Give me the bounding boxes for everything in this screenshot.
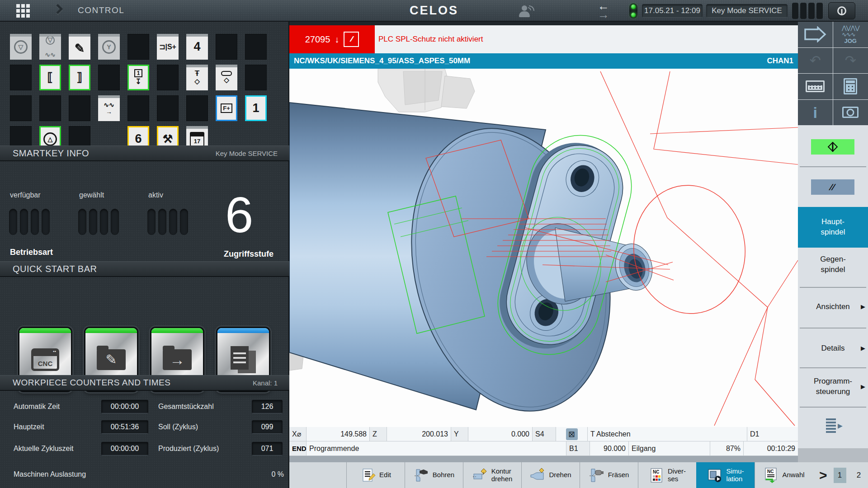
simulation-viewport[interactable] [289,69,798,427]
feed-value: 90.000 [590,441,629,455]
power-button[interactable] [828,2,855,19]
simulation-column: 27095 ↓ ∕∕ PLC SPL-Schutz nicht aktivier… [289,22,798,488]
status-row-1: X⌀ 149.588 Z 200.013 Y 0.000 S4 ⊠ T Abst… [289,427,798,441]
tile-empty [245,34,267,60]
softkey-bohren[interactable]: Bohren [405,462,463,488]
alarm-code-block[interactable]: 27095 ↓ ∕∕ [289,25,375,53]
skip-block-softkey[interactable]: ∕∕ [811,179,854,195]
status-row-2: END Programmende B1 90.000 Eilgang 87% 0… [289,441,798,456]
spindle-label: S4 [533,427,556,441]
softkey-pager: > 1 2 [813,462,865,488]
tile-feed-plus-icon[interactable]: F+ [216,95,237,121]
tile-empty [186,95,208,121]
softkey-simulation[interactable]: Simu-lation [696,462,755,488]
softkey-gegenspindel[interactable]: Gegen-spindel [798,254,868,275]
tile-load-graph-icon[interactable]: ∿∿→ [98,95,120,121]
info-button[interactable]: i [798,100,833,126]
softkey-anwahl[interactable]: NC Anwahl [755,462,813,488]
bottom-softkey-bar: Edit Bohren Konturdrehen Drehen [289,462,868,488]
tile-empty [127,95,149,121]
label-gewaehlt: gewählt [79,191,104,199]
svg-text:NC: NC [767,469,774,474]
channel-label: CHAN1 [767,56,793,66]
tile-tool-diagonal-icon[interactable]: ✐ [69,34,90,60]
time-value: 00:10:29 [744,441,798,455]
tile-empty [216,34,237,60]
user-network-icon[interactable] [519,5,534,17]
feed-mode: Eilgang [629,441,710,455]
edit-icon [360,468,376,483]
counter-value: 00:00:00 [101,442,148,455]
softkey-more-button[interactable]: > [819,468,827,483]
redo-button[interactable]: ↷ [833,48,868,74]
softkey-programmsteuerung[interactable]: Programm-steuerung ▶ [798,376,868,397]
quickstart-section-header: QUICK START BAR [0,261,289,277]
undo-button[interactable]: ↶ [798,48,833,74]
tile-clamp-left-icon[interactable]: ⟦ [39,65,61,90]
folder-export-icon: → [163,349,192,370]
cnc-window-icon: CNC [31,348,59,371]
arrow-bracket-icon [803,26,827,42]
drill-icon [414,468,429,483]
undo-icon: ↶ [810,54,821,67]
softkey-page-2[interactable]: 2 [853,468,865,483]
redo-icon: ↷ [845,54,856,67]
softkey-diverses[interactable]: NC Diver-ses [638,462,696,488]
status-divider-strip [289,456,798,462]
softkey-details[interactable]: Details▶ [798,343,868,354]
tool-name: T Abstechen [588,427,747,441]
counter-value: 00:51:36 [101,420,148,434]
datetime-display: 17.05.21 - 12:09 [642,4,703,18]
softkey-kontur-drehen[interactable]: Drehen [521,462,580,488]
right-sidebar: ⋀⋁⋀⋁∿∿∿ JOG ↶ ↷ i ∕∕ Haupt-spindel Gegen… [798,22,868,462]
keyboard-button[interactable] [798,74,833,100]
screenshot-button[interactable] [833,100,868,126]
nc-start-softkey[interactable] [811,139,854,155]
b-label: B1 [566,441,590,455]
documents-icon [231,346,256,373]
softkey-edit[interactable]: Edit [346,462,405,488]
tile-conveyor-icon[interactable]: ◇ [216,65,237,90]
tile-clamp-right-icon[interactable]: ⟧ [69,65,90,90]
swap-arrows-icon[interactable]: ←→ [591,2,616,20]
softkey-fraesen[interactable]: Fräsen [580,462,638,488]
program-state: Programmende [307,441,566,455]
z-label: Z [370,427,387,441]
smartkey-title: SMARTKEY INFO [13,148,89,159]
counter-value: 00:00:00 [101,400,148,413]
smartkey-section-header: SMARTKEY INFO Key Mode SERVICE [0,145,289,161]
machine-status-grid: ▽ ▽∿∿ ✐ Y ⊐|S+ 4 ⟦ ⟧ 1↧ Ŧ◇ ◇ ∿∿→ F+ 1 △ … [10,34,267,152]
tile-coolant-icon[interactable]: Ŧ◇ [186,65,208,90]
tile-spindle-s-plus-icon[interactable]: ⊐|S+ [157,34,179,60]
jog-wave-icon: ⋀⋁⋀⋁∿∿∿ [842,25,859,38]
d-offset: D1 [747,427,798,441]
jog-mode-button[interactable]: ⋀⋁⋀⋁∿∿∿ JOG [833,22,868,48]
tile-one-icon[interactable]: 1 [245,95,267,121]
counter-label: Hauptzeit [14,423,44,431]
tile-chuck-icon[interactable]: Y [98,34,120,60]
menu-extend-button[interactable]: ▶ [826,418,843,433]
submenu-arrow-icon: ▶ [861,345,865,353]
y-label: Y [451,427,468,441]
camera-icon [842,107,859,118]
spindle-crossed-icon: ⊠ [566,428,578,440]
menu-list-icon [826,418,836,433]
z-value: 200.013 [387,427,451,441]
softkey-drehen[interactable]: Konturdrehen [463,462,521,488]
utilization-label: Maschinen Auslastung [14,470,86,479]
softkey-hauptspindel[interactable]: Haupt-spindel [798,207,868,248]
tile-spindle-stop-icon[interactable]: ▽ [10,34,32,60]
next-screen-button[interactable] [798,22,833,48]
calculator-button[interactable] [833,74,868,100]
tile-tool-1-icon[interactable]: 1↧ [127,65,149,90]
softkey-page-1[interactable]: 1 [834,468,846,483]
tile-empty [98,65,120,90]
submenu-arrow-icon: ▶ [861,303,865,311]
tile-spindle-vibration-icon[interactable]: ▽∿∿ [39,34,61,60]
tile-axis-4-icon[interactable]: 4 [186,34,208,60]
alarm-bar[interactable]: 27095 ↓ ∕∕ PLC SPL-Schutz nicht aktivier… [289,25,798,53]
sidebar-bottom-strip [798,448,868,462]
softkey-ansichten[interactable]: Ansichten▶ [798,302,868,312]
alarm-skip-icon: ∕∕ [344,32,359,47]
counter-label: Produziert (Zyklus) [158,445,219,453]
